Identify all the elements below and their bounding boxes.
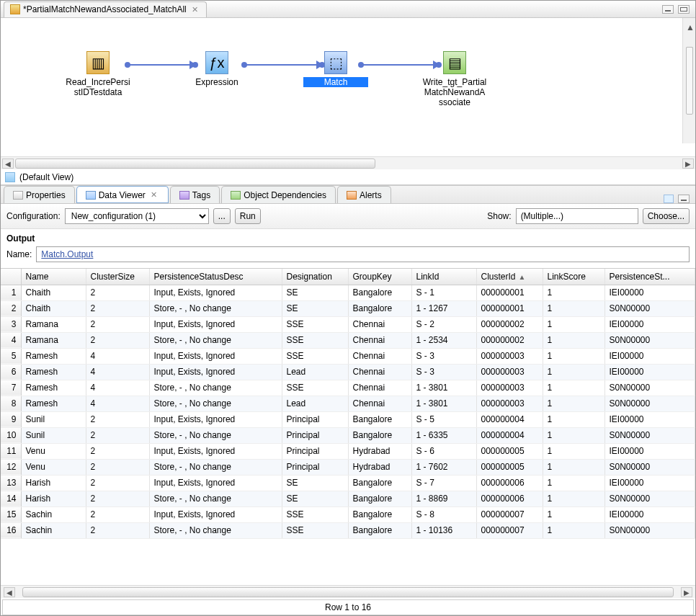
cell: SE	[282, 300, 348, 316]
scroll-right-arrow-icon[interactable]: ▶	[681, 587, 692, 597]
tab-alerts[interactable]: Alerts	[337, 186, 391, 203]
cell: S - 3	[411, 364, 476, 380]
cell: 2	[86, 443, 149, 459]
maximize-icon[interactable]	[678, 5, 690, 14]
cell: S - 7	[411, 475, 476, 491]
table-row[interactable]: 7Ramesh4Store, - , No changeSSEChennai1 …	[1, 380, 695, 396]
match-icon: ⬚	[324, 51, 347, 74]
close-icon[interactable]: ✕	[148, 190, 159, 200]
column-header[interactable]: PersistenceStatusDesc	[149, 269, 282, 285]
table-row[interactable]: 13Harish2Input, Exists, IgnoredSEBangalo…	[1, 475, 695, 491]
column-header[interactable]: PersistenceSt...	[604, 269, 695, 285]
column-header[interactable]: Designation	[282, 269, 348, 285]
tab-data-viewer[interactable]: Data Viewer ✕	[76, 186, 169, 203]
output-name-field[interactable]	[36, 246, 690, 262]
cell: 2	[86, 459, 149, 475]
show-field[interactable]	[516, 208, 638, 224]
cell: Lead	[282, 396, 348, 411]
canvas-horizontal-scrollbar[interactable]: ◀ ▶	[1, 156, 695, 169]
row-number: 7	[1, 380, 21, 396]
table-row[interactable]: 3Ramana2Input, Exists, IgnoredSSEChennai…	[1, 316, 695, 332]
cell: 1	[543, 300, 604, 316]
output-grid[interactable]: NameClusterSizePersistenceStatusDescDesi…	[1, 269, 695, 539]
column-header[interactable]: ClusterId▲	[476, 269, 543, 285]
grid-horizontal-scrollbar[interactable]: ◀ ▶	[1, 585, 695, 598]
table-row[interactable]: 5Ramesh4Input, Exists, IgnoredSSEChennai…	[1, 348, 695, 364]
table-row[interactable]: 16Sachin2Store, - , No changeSSEBangalor…	[1, 522, 695, 538]
grid-status-bar: Row 1 to 16	[2, 599, 694, 615]
cell: 4	[86, 396, 149, 411]
cell: Store, - , No change	[149, 459, 282, 475]
row-number: 11	[1, 443, 21, 459]
cell: Bangalore	[348, 427, 411, 443]
cell: Chennai	[348, 348, 411, 364]
column-header[interactable]: ClusterSize	[86, 269, 149, 285]
view-selector-bar: (Default View)	[1, 169, 695, 185]
run-button[interactable]: Run	[235, 208, 261, 224]
cell: 000000002	[476, 332, 543, 348]
node-match[interactable]: ⬚ Match	[303, 51, 368, 87]
configuration-select[interactable]: New_configuration (1)	[65, 208, 209, 224]
cell: Bangalore	[348, 300, 411, 316]
column-header[interactable]: LinkId	[411, 269, 476, 285]
choose-columns-button[interactable]: Choose...	[643, 208, 690, 224]
tab-tags[interactable]: Tags	[170, 186, 220, 203]
cell: SSE	[282, 380, 348, 396]
canvas-vertical-scrollbar[interactable]: ▲	[682, 18, 695, 143]
tab-properties[interactable]: Properties	[4, 186, 75, 203]
node-target[interactable]: ▤ Write_tgt_PartialMatchNewandAssociate	[422, 51, 487, 107]
table-row[interactable]: 2Chaith2Store, - , No changeSEBangalore1…	[1, 300, 695, 316]
table-row[interactable]: 4Ramana2Store, - , No changeSSEChennai1 …	[1, 332, 695, 348]
cell: Chennai	[348, 316, 411, 332]
editor-tab[interactable]: *PartialMatchNewandAssociated_MatchAll ✕	[4, 1, 207, 17]
table-row[interactable]: 15Sachin2Input, Exists, IgnoredSSEBangal…	[1, 506, 695, 522]
node-source[interactable]: ▥ Read_IncrePersistIDTestdata	[66, 51, 130, 97]
table-row[interactable]: 14Harish2Store, - , No changeSEBangalore…	[1, 491, 695, 506]
cell: S0N00000	[604, 332, 695, 348]
cell: 1 - 7602	[411, 459, 476, 475]
row-number: 15	[1, 506, 21, 522]
scroll-thumb[interactable]	[22, 587, 674, 597]
minimize-icon[interactable]	[678, 195, 690, 203]
table-row[interactable]: 9Sunil2Input, Exists, IgnoredPrincipalBa…	[1, 411, 695, 427]
table-row[interactable]: 8Ramesh4Store, - , No changeLeadChennai1…	[1, 396, 695, 411]
cell: 2	[86, 475, 149, 491]
cell: 2	[86, 316, 149, 332]
table-row[interactable]: 1Chaith2Input, Exists, IgnoredSEBangalor…	[1, 285, 695, 300]
view-icon	[5, 172, 15, 182]
default-view-label[interactable]: (Default View)	[19, 172, 73, 182]
scroll-right-arrow-icon[interactable]: ▶	[682, 159, 694, 169]
mapping-canvas[interactable]: ▥ Read_IncrePersistIDTestdata ƒx Express…	[1, 18, 695, 169]
row-number: 8	[1, 396, 21, 411]
tab-object-dependencies[interactable]: Object Dependencies	[221, 186, 336, 203]
table-row[interactable]: 11Venu2Input, Exists, IgnoredPrincipalHy…	[1, 443, 695, 459]
configuration-label: Configuration:	[6, 211, 61, 221]
column-header[interactable]: GroupKey	[348, 269, 411, 285]
table-row[interactable]: 6Ramesh4Input, Exists, IgnoredLeadChenna…	[1, 364, 695, 380]
cell: 4	[86, 348, 149, 364]
node-expression[interactable]: ƒx Expression	[184, 51, 249, 87]
scroll-left-arrow-icon[interactable]: ◀	[4, 587, 15, 597]
table-row[interactable]: 12Venu2Store, - , No changePrincipalHydr…	[1, 459, 695, 475]
browse-config-button[interactable]: ...	[213, 208, 231, 224]
cell: Sunil	[21, 411, 86, 427]
cell: Venu	[21, 443, 86, 459]
column-header[interactable]: LinkScore	[543, 269, 604, 285]
cell: 000000003	[476, 364, 543, 380]
link-source-expression[interactable]	[128, 64, 189, 66]
cell: Input, Exists, Ignored	[149, 411, 282, 427]
cell: 1	[543, 427, 604, 443]
scroll-up-arrow-icon[interactable]: ▲	[686, 22, 695, 32]
scroll-thumb[interactable]	[15, 159, 375, 169]
cell: 1 - 8869	[411, 491, 476, 506]
cell: Hydrabad	[348, 459, 411, 475]
close-icon[interactable]: ✕	[189, 5, 200, 14]
editor-tab-title: *PartialMatchNewandAssociated_MatchAll	[23, 4, 187, 14]
detach-view-icon[interactable]	[664, 195, 674, 203]
table-row[interactable]: 10Sunil2Store, - , No changePrincipalBan…	[1, 427, 695, 443]
column-header[interactable]: Name	[21, 269, 86, 285]
scroll-handle[interactable]	[686, 47, 693, 115]
node-match-label: Match	[303, 77, 368, 87]
scroll-left-arrow-icon[interactable]: ◀	[2, 159, 14, 169]
minimize-icon[interactable]	[662, 5, 674, 14]
